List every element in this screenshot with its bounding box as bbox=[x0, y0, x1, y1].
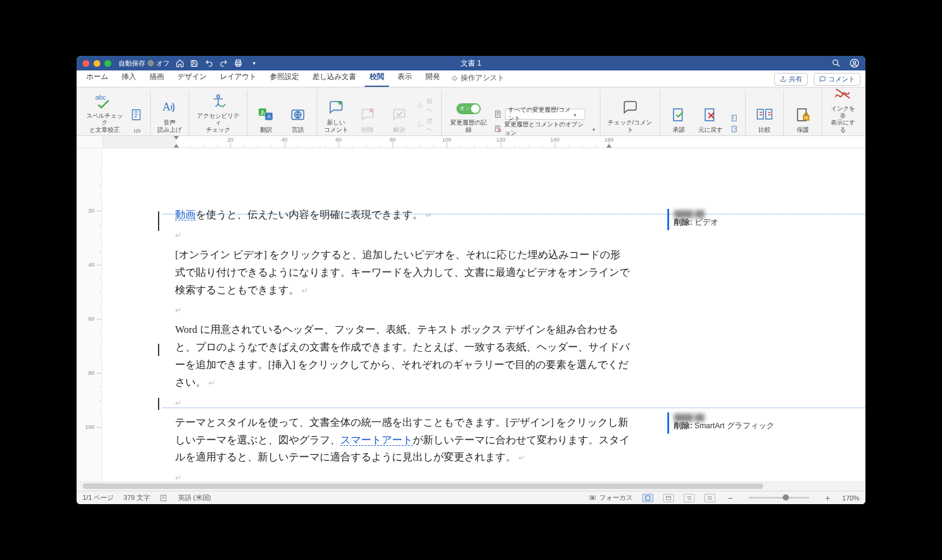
svg-text:abc: abc bbox=[95, 94, 106, 101]
ribbon-tabs: ホーム 挿入 描画 デザイン レイアウト 参照設定 差し込み文書 校閲 表示 開… bbox=[77, 70, 865, 87]
word-count[interactable]: 379 文字 bbox=[123, 493, 150, 502]
track-toggle[interactable]: オン bbox=[456, 102, 481, 115]
delete-comment-button: 削除 bbox=[354, 103, 382, 135]
tab-insert[interactable]: 挿入 bbox=[117, 69, 141, 87]
zoom-slider[interactable] bbox=[749, 497, 810, 499]
accept-icon bbox=[671, 104, 687, 125]
language-indicator[interactable]: 英語 (米国) bbox=[178, 493, 211, 502]
compare-button[interactable]: 比較 bbox=[751, 103, 779, 135]
focus-mode-button[interactable]: フォーカス bbox=[588, 493, 633, 502]
translate-button[interactable]: あA 翻訳 bbox=[252, 103, 280, 135]
status-bar: 1/1 ページ 379 文字 英語 (米国) フォーカス − + 170% bbox=[77, 491, 865, 504]
autosave-toggle[interactable]: 自動保存 オフ bbox=[119, 59, 170, 68]
zoom-slider-knob[interactable] bbox=[783, 494, 789, 500]
horizontal-scrollbar[interactable] bbox=[77, 482, 865, 491]
web-layout-view-button[interactable] bbox=[663, 494, 674, 502]
change-bar bbox=[158, 398, 159, 410]
inserted-text[interactable]: スマートアート bbox=[340, 434, 413, 446]
draft-view-button[interactable] bbox=[704, 494, 715, 502]
revision-deleted-text: ビデオ bbox=[695, 218, 718, 227]
tab-view[interactable]: 表示 bbox=[393, 69, 417, 87]
body-text[interactable]: を使うと、伝えたい内容を明確に表現できます。 bbox=[196, 209, 423, 220]
ribbon: abc スペルチェック と文章校正 123 A 音声 読み上げ bbox=[77, 87, 865, 136]
paragraph-mark-icon: ↵ bbox=[425, 211, 432, 220]
document-canvas[interactable]: 動画を使うと、伝えたい内容を明確に表現できます。 ↵ ↵ [オンライン ビデオ]… bbox=[102, 148, 667, 482]
paragraph[interactable]: 動画を使うと、伝えたい内容を明確に表現できます。 ↵ bbox=[175, 207, 631, 224]
markup-display-select[interactable]: すべての変更履歴/コメント bbox=[494, 109, 595, 120]
accessibility-check-button[interactable]: アクセシビリティ チェック bbox=[194, 89, 242, 135]
horizontal-ruler[interactable]: 20406080100120140160 bbox=[77, 136, 865, 148]
prev-change-button[interactable] bbox=[728, 114, 740, 123]
inserted-text[interactable]: 動画 bbox=[175, 209, 196, 220]
spellcheck-button[interactable]: abc スペルチェック と文章校正 bbox=[84, 89, 125, 135]
scrollbar-thumb[interactable] bbox=[83, 483, 763, 489]
maximize-window-button[interactable] bbox=[105, 60, 111, 67]
ribbon-group-protect: 保護 bbox=[784, 90, 822, 135]
save-icon[interactable] bbox=[190, 60, 201, 67]
change-bar bbox=[158, 344, 159, 356]
hide-ink-button[interactable]: インクを非 表示にする bbox=[827, 82, 858, 134]
zoom-in-button[interactable]: + bbox=[823, 493, 833, 503]
outline-view-button[interactable] bbox=[684, 494, 695, 502]
chevron-down-icon bbox=[571, 111, 576, 118]
home-icon[interactable] bbox=[176, 59, 187, 67]
minimize-window-button[interactable] bbox=[94, 60, 100, 67]
document-title: 文書 1 bbox=[461, 58, 481, 69]
language-button[interactable]: 言語 bbox=[284, 103, 312, 135]
language-label: 言語 bbox=[292, 126, 304, 134]
vertical-ruler[interactable]: 20406080100 bbox=[77, 148, 102, 482]
next-change-button[interactable] bbox=[728, 125, 740, 134]
customize-qat-icon[interactable]: ▾ bbox=[249, 60, 260, 66]
paragraph[interactable]: テーマとスタイルを使って、文書全体の統一感を出すこともできます。[デザイン] を… bbox=[175, 414, 631, 467]
page[interactable]: 動画を使うと、伝えたい内容を明確に表現できます。 ↵ ↵ [オンライン ビデオ]… bbox=[120, 155, 667, 482]
markup-options-button[interactable]: 変更履歴とコメントのオプション bbox=[494, 123, 595, 134]
svg-rect-27 bbox=[803, 115, 809, 120]
revision-author: ████ ██ bbox=[674, 210, 861, 217]
read-aloud-button[interactable]: A 音声 読み上げ bbox=[156, 96, 184, 134]
zoom-out-button[interactable]: − bbox=[725, 493, 735, 503]
tab-review[interactable]: 校閲 bbox=[365, 69, 389, 87]
redo-icon[interactable] bbox=[219, 59, 230, 67]
translate-icon: あA bbox=[258, 104, 275, 125]
undo-icon[interactable] bbox=[205, 59, 216, 67]
tab-references[interactable]: 参照設定 bbox=[265, 69, 304, 87]
revision-balloon[interactable]: ████ ██ 削除: SmartArt グラフィック bbox=[667, 412, 865, 434]
print-icon[interactable] bbox=[234, 59, 245, 67]
body-text[interactable]: [オンライン ビデオ] をクリックすると、追加したいビデオを、それに応じた埋め込… bbox=[175, 249, 630, 296]
proofing-status-icon[interactable] bbox=[160, 494, 168, 502]
paragraph[interactable]: [オンライン ビデオ] をクリックすると、追加したいビデオを、それに応じた埋め込… bbox=[175, 247, 631, 299]
new-comment-label: 新しい コメント bbox=[324, 119, 348, 133]
tab-layout[interactable]: レイアウト bbox=[215, 69, 261, 87]
lock-icon bbox=[795, 104, 811, 125]
tab-home[interactable]: ホーム bbox=[81, 69, 113, 87]
reject-button[interactable]: 元に戻す bbox=[696, 103, 724, 135]
body-text[interactable]: Word に用意されているヘッダー、フッター、表紙、テキスト ボックス デザイン… bbox=[175, 324, 630, 388]
page-indicator[interactable]: 1/1 ページ bbox=[83, 493, 114, 502]
tab-developer[interactable]: 開発 bbox=[421, 69, 445, 87]
tab-design[interactable]: デザイン bbox=[173, 69, 211, 87]
protect-button[interactable]: 保護 bbox=[789, 103, 817, 135]
account-icon[interactable] bbox=[850, 58, 859, 68]
accept-button[interactable]: 承諾 bbox=[665, 103, 693, 135]
tab-mailings[interactable]: 差し込み文書 bbox=[308, 69, 361, 87]
track-changes-button[interactable]: オン 変更履歴の記録 bbox=[447, 101, 490, 134]
tell-me-search[interactable]: 操作アシスト bbox=[451, 73, 504, 87]
revision-balloon[interactable]: ████ ██ 削除: ビデオ bbox=[667, 209, 865, 230]
svg-rect-17 bbox=[495, 111, 500, 118]
tab-draw[interactable]: 描画 bbox=[145, 69, 169, 87]
thesaurus-button[interactable]: 123 bbox=[128, 103, 145, 134]
zoom-level[interactable]: 170% bbox=[842, 494, 859, 502]
ribbon-group-speech: A 音声 読み上げ bbox=[151, 90, 189, 135]
print-layout-view-button[interactable] bbox=[642, 494, 653, 502]
new-comment-button[interactable]: 新しい コメント bbox=[322, 96, 350, 134]
review-pane-button[interactable]: チェック/コメント bbox=[605, 96, 655, 134]
svg-text:A: A bbox=[267, 114, 271, 120]
read-aloud-label: 音声 読み上げ bbox=[157, 119, 182, 133]
close-window-button[interactable] bbox=[83, 60, 89, 67]
paragraph[interactable]: Word に用意されているヘッダー、フッター、表紙、テキスト ボックス デザイン… bbox=[175, 321, 631, 392]
delete-comment-icon bbox=[360, 104, 376, 125]
svg-rect-32 bbox=[667, 496, 672, 500]
prev-comment-label: 前へ bbox=[427, 97, 435, 114]
search-icon[interactable] bbox=[831, 58, 841, 68]
share-button[interactable]: 共有 bbox=[774, 73, 808, 86]
